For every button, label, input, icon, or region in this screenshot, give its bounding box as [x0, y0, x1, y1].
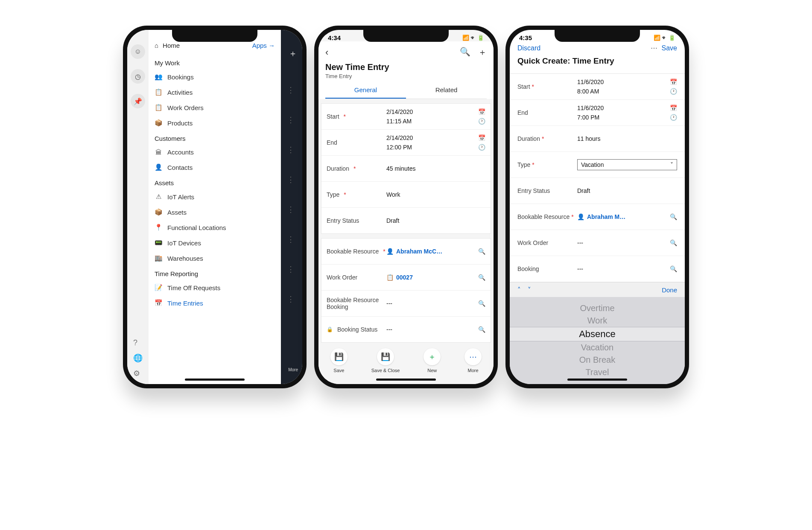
- calendar-icon[interactable]: 📅: [478, 134, 485, 141]
- field-start[interactable]: Start* 11/6/20208:00 AM 📅🕐: [510, 74, 685, 100]
- field-work-order[interactable]: Work Order --- 🔍: [510, 230, 685, 256]
- pin-icon[interactable]: 📌: [131, 94, 145, 108]
- field-entry-status[interactable]: Entry Status Draft: [321, 208, 491, 233]
- lookup-icon[interactable]: 🔍: [478, 248, 485, 255]
- lookup-icon[interactable]: 🔍: [478, 274, 485, 281]
- lookup-icon[interactable]: 🔍: [478, 326, 485, 333]
- nav-iot-alerts[interactable]: ⚠IoT Alerts: [149, 189, 281, 204]
- more-label[interactable]: More: [288, 367, 298, 372]
- save-button[interactable]: Save: [662, 44, 677, 52]
- tab-general[interactable]: General: [325, 82, 406, 99]
- nav-iot-devices[interactable]: 📟IoT Devices: [149, 235, 281, 250]
- row-kebab-icon[interactable]: ⋮: [287, 205, 295, 214]
- save-close-button[interactable]: 💾Save & Close: [371, 348, 400, 373]
- bottom-bar: 💾Save 💾Save & Close ＋New ⋯More: [318, 343, 494, 384]
- more-button[interactable]: ⋯More: [464, 348, 482, 373]
- picker-option[interactable]: Travel: [586, 366, 609, 379]
- nav-contacts[interactable]: 👤Contacts: [149, 160, 281, 175]
- type-select[interactable]: Vacation˅: [577, 159, 677, 170]
- done-button[interactable]: Done: [662, 286, 677, 294]
- avatar-icon[interactable]: ☺: [131, 44, 145, 59]
- field-bookable-resource-booking[interactable]: Bookable Resource Booking --- 🔍: [321, 291, 491, 317]
- add-icon[interactable]: ＋: [478, 47, 487, 58]
- nav-time-off-requests[interactable]: 📝Time Off Requests: [149, 280, 281, 295]
- globe-icon[interactable]: 🌐: [133, 353, 143, 363]
- clock-icon[interactable]: 🕐: [670, 114, 677, 121]
- chevron-up-icon[interactable]: ˄: [517, 286, 521, 294]
- clock-icon[interactable]: 🕐: [478, 118, 485, 125]
- save-button[interactable]: 💾Save: [330, 348, 348, 373]
- back-icon[interactable]: ‹: [325, 47, 328, 58]
- clock: 4:34: [328, 34, 341, 41]
- field-type[interactable]: Type* Work: [321, 182, 491, 208]
- row-kebab-icon[interactable]: ⋮: [287, 235, 295, 244]
- field-entry-status[interactable]: Entry Status Draft: [510, 178, 685, 204]
- keyboard-accessory-bar: ˄˅ Done: [510, 282, 685, 297]
- calendar-icon[interactable]: 📅: [478, 108, 485, 115]
- field-end[interactable]: End 2/14/202012:00 PM 📅🕐: [321, 130, 491, 156]
- nav-functional-locations[interactable]: 📍Functional Locations: [149, 220, 281, 235]
- nav-warehouses[interactable]: 🏬Warehouses: [149, 250, 281, 266]
- picker-option[interactable]: Absence: [510, 327, 685, 341]
- lookup-icon[interactable]: 🔍: [670, 265, 677, 272]
- home-indicator: [185, 379, 245, 381]
- gear-icon[interactable]: ⚙: [133, 369, 143, 378]
- new-button[interactable]: ＋New: [424, 348, 441, 373]
- add-icon[interactable]: ＋: [289, 48, 297, 59]
- chevron-down-icon[interactable]: ˅: [528, 286, 531, 294]
- home-icon: ⌂: [155, 42, 158, 49]
- help-icon[interactable]: ?: [133, 338, 143, 347]
- picker-option[interactable]: Vacation: [581, 341, 613, 354]
- clock-icon[interactable]: ◷: [131, 69, 145, 84]
- request-icon: 📝: [155, 284, 162, 291]
- nav-accounts[interactable]: 🏛Accounts: [149, 145, 281, 160]
- row-kebab-icon[interactable]: ⋮: [287, 145, 295, 154]
- calendar-icon: 📅: [155, 299, 162, 307]
- field-end[interactable]: End 11/6/20207:00 PM 📅🕐: [510, 100, 685, 126]
- picker-option[interactable]: Work: [587, 315, 607, 327]
- row-kebab-icon[interactable]: ⋮: [287, 265, 295, 274]
- clipboard-icon: 📋: [155, 104, 162, 111]
- phone-1-nav: ☺ ◷ 📌 ? 🌐 ⚙ ⌂ Home Apps → My Work: [123, 26, 307, 388]
- nav-work-orders[interactable]: 📋Work Orders: [149, 100, 281, 115]
- nav-time-entries[interactable]: 📅Time Entries: [149, 295, 281, 311]
- nav-bookings[interactable]: 👥Bookings: [149, 69, 281, 84]
- row-kebab-icon[interactable]: ⋮: [287, 294, 295, 304]
- nav-activities[interactable]: 📋Activities: [149, 84, 281, 100]
- home-label[interactable]: Home: [163, 42, 180, 49]
- search-icon[interactable]: 🔍: [460, 47, 470, 58]
- ios-picker[interactable]: OvertimeWorkAbsenceVacationOn BreakTrave…: [510, 297, 685, 384]
- field-booking-status[interactable]: 🔒Booking Status --- 🔍: [321, 317, 491, 342]
- lookup-icon[interactable]: 🔍: [478, 300, 485, 307]
- row-kebab-icon[interactable]: ⋮: [287, 85, 295, 95]
- nav-products[interactable]: 📦Products: [149, 115, 281, 131]
- picker-option[interactable]: Overtime: [580, 302, 614, 315]
- field-start[interactable]: Start* 2/14/202011:15 AM 📅🕐: [321, 104, 491, 130]
- calendar-icon[interactable]: 📅: [670, 105, 677, 111]
- more-icon[interactable]: ⋯: [651, 44, 658, 52]
- discard-button[interactable]: Discard: [517, 44, 540, 52]
- row-kebab-icon[interactable]: ⋮: [287, 175, 295, 184]
- phone-3-quick-create: 4:35 📶ᯤ🔋 Discard ⋯Save Quick Create: Tim…: [505, 26, 689, 388]
- save-icon: 💾: [330, 348, 348, 365]
- lookup-icon[interactable]: 🔍: [670, 213, 677, 220]
- field-type[interactable]: Type* Vacation˅: [510, 152, 685, 178]
- apps-link[interactable]: Apps →: [252, 42, 275, 49]
- lookup-icon[interactable]: 🔍: [670, 239, 677, 246]
- clock: 4:35: [519, 34, 532, 41]
- tab-related[interactable]: Related: [406, 82, 487, 99]
- calendar-icon[interactable]: 📅: [670, 79, 677, 85]
- clock-icon[interactable]: 🕐: [670, 88, 677, 95]
- clock-icon[interactable]: 🕐: [478, 144, 485, 151]
- field-bookable-resource[interactable]: Bookable Resource* 👤Abraham M… 🔍: [510, 204, 685, 230]
- picker-option[interactable]: On Break: [579, 354, 615, 366]
- field-duration[interactable]: Duration* 11 hours: [510, 126, 685, 152]
- field-duration[interactable]: Duration* 45 minutes: [321, 156, 491, 182]
- row-kebab-icon[interactable]: ⋮: [287, 115, 295, 125]
- field-work-order[interactable]: Work Order 📋00027 🔍: [321, 265, 491, 291]
- alert-icon: ⚠: [155, 193, 162, 201]
- nav-assets[interactable]: 📦Assets: [149, 204, 281, 220]
- field-booking[interactable]: Booking --- 🔍: [510, 256, 685, 282]
- signal-icon: 📶: [462, 35, 469, 41]
- field-bookable-resource[interactable]: Bookable Resource* 👤Abraham McC… 🔍: [321, 239, 491, 265]
